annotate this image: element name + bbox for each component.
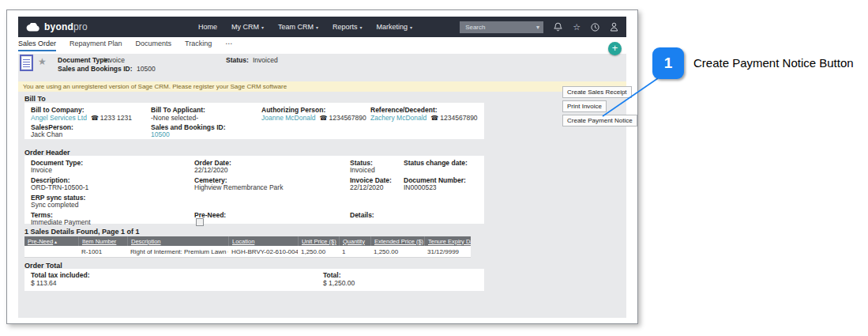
table-header-row: Pre-Need▴ Item Number Description Locati… <box>24 236 471 246</box>
navbar-right: ▾ ☆ <box>460 21 618 33</box>
brand-name: byondpro <box>44 21 88 32</box>
callout-label: Create Payment Notice Button <box>693 56 854 70</box>
action-buttons-panel: Create Sales Receipt Print Invoice Creat… <box>562 86 637 129</box>
bill-to-section-title: Bill To <box>24 95 46 103</box>
order-header-card: Document Type: Invoice Order Date: 22/12… <box>24 156 484 224</box>
main-menu: Home My CRM▾ Team CRM▾ Reports▾ Marketin… <box>198 23 412 31</box>
total-value: $ 1,250.00 <box>323 279 355 287</box>
print-invoice-button[interactable]: Print Invoice <box>562 100 607 112</box>
menu-item-my-crm[interactable]: My CRM▾ <box>231 23 264 31</box>
summary-document-type-value: Invoice <box>103 56 125 64</box>
oh-invoice-date-value: 22/12/2020 <box>350 183 384 191</box>
authorizing-person-link[interactable]: Joanne McDonald <box>261 114 316 122</box>
callout-number-badge: 1 <box>652 47 684 79</box>
table-row: R-1001 Right of Interment: Premium Lawn … <box>24 246 471 258</box>
summary-sbid-value: 10500 <box>137 65 156 73</box>
tab-tracking[interactable]: Tracking <box>185 40 212 51</box>
authorizing-phone: 1234567890 <box>329 114 366 122</box>
oh-details-label: Details: <box>350 211 374 219</box>
authorizing-person-label: Authorizing Person: <box>261 106 325 114</box>
cell-location: HGH-BRVY-02-610-004 <box>228 248 298 255</box>
bill-to-card: Bill to Company: Angel Services Ltd☎1233… <box>24 103 484 139</box>
bill-to-company-label: Bill to Company: <box>31 106 85 114</box>
oh-description-value: ORD-TRN-10500-1 <box>31 183 88 191</box>
menu-item-home[interactable]: Home <box>198 23 217 31</box>
oh-document-number-value: IN0000523 <box>404 183 437 191</box>
reference-decedent-label: Reference/Decedent: <box>370 106 438 114</box>
recent-clock-icon[interactable] <box>591 23 599 32</box>
sales-details-table: Pre-Need▴ Item Number Description Locati… <box>24 236 471 258</box>
header-tenure-expiry[interactable]: Tenure Expiry Date <box>424 236 471 246</box>
window-inner: byondpro Home My CRM▾ Team CRM▾ Reports▾… <box>18 17 626 317</box>
pre-need-checkbox[interactable] <box>196 218 204 226</box>
chevron-down-icon[interactable]: ▾ <box>536 24 539 31</box>
header-description[interactable]: Description <box>127 236 228 246</box>
oh-status-value: Invoiced <box>350 166 375 174</box>
create-sales-receipt-button[interactable]: Create Sales Receipt <box>562 86 632 98</box>
cell-tenure-expiry: 31/12/9999 <box>424 248 471 255</box>
cell-unit-price: 1,250.00 <box>298 248 339 255</box>
phone-icon: ☎ <box>91 115 99 122</box>
oh-status-change-label: Status change date: <box>404 159 468 167</box>
total-label: Total: <box>323 271 341 279</box>
add-new-button[interactable]: + <box>608 42 622 55</box>
notifications-bell-icon[interactable] <box>554 22 562 32</box>
header-location[interactable]: Location <box>228 236 298 246</box>
menu-item-team-crm[interactable]: Team CRM▾ <box>278 23 318 31</box>
cloud-logo-icon <box>26 23 40 32</box>
cell-description: Right of Interment: Premium Lawn Grave <box>127 248 228 255</box>
phone-icon: ☎ <box>430 115 438 122</box>
header-unit-price[interactable]: Unit Price ($) <box>298 236 339 246</box>
phone-icon: ☎ <box>320 115 328 122</box>
tabs-overflow-icon[interactable]: ⋯ <box>225 40 233 50</box>
reference-phone: 1234567890 <box>440 114 477 122</box>
total-tax-value: $ 113.64 <box>31 279 56 287</box>
summary-sbid-label: Sales and Bookings ID: <box>58 65 132 73</box>
salesperson-value: Jack Chan <box>31 130 62 138</box>
unregistered-warning-banner: You are using an unregistered version of… <box>18 81 626 92</box>
summary-document-type-label: Document Type: <box>58 56 110 64</box>
company-link[interactable]: Angel Services Ltd <box>31 114 87 122</box>
tab-documents[interactable]: Documents <box>136 40 172 51</box>
summary-status-label: Status: <box>226 56 249 64</box>
top-navbar: byondpro Home My CRM▾ Team CRM▾ Reports▾… <box>18 17 626 37</box>
header-pre-need[interactable]: Pre-Need▴ <box>24 236 78 246</box>
applicant-value: -None selected- <box>151 114 198 122</box>
favorite-star-icon[interactable]: ★ <box>38 56 47 67</box>
applicant-label: Bill To Applicant: <box>151 106 205 114</box>
total-tax-label: Total tax included: <box>31 271 89 279</box>
menu-item-reports[interactable]: Reports▾ <box>333 23 363 31</box>
sbid-link[interactable]: 10500 <box>151 130 170 138</box>
brand-logo[interactable]: byondpro <box>26 21 88 32</box>
oh-order-date-value: 22/12/2020 <box>194 166 228 174</box>
search-box[interactable]: ▾ <box>460 21 543 33</box>
cell-item-number-link[interactable]: R-1001 <box>78 248 127 255</box>
cell-quantity: 1 <box>339 248 370 255</box>
menu-item-marketing[interactable]: Marketing▾ <box>377 23 413 31</box>
order-total-card: Total tax included: $ 113.64 Total: $ 1,… <box>24 269 484 291</box>
header-quantity[interactable]: Quantity <box>339 236 370 246</box>
oh-cemetery-value: Highview Remembrance Park <box>194 183 283 191</box>
user-profile-icon[interactable] <box>610 22 618 32</box>
chevron-down-icon: ▾ <box>410 25 412 30</box>
chevron-down-icon: ▾ <box>360 25 363 30</box>
plus-icon: + <box>612 42 618 54</box>
favorites-star-icon[interactable]: ☆ <box>573 23 581 32</box>
oh-document-type-value: Invoice <box>31 166 52 174</box>
reference-decedent-value: Zachery McDonald☎1234567890 <box>370 114 478 122</box>
create-payment-notice-button[interactable]: Create Payment Notice <box>562 115 637 126</box>
search-input[interactable] <box>464 23 536 32</box>
tab-strip: Sales Order Repayment Plan Documents Tra… <box>18 37 626 54</box>
tab-repayment-plan[interactable]: Repayment Plan <box>70 40 122 51</box>
oh-erp-sync-value: Sync completed <box>31 201 78 209</box>
tab-sales-order[interactable]: Sales Order <box>18 40 56 51</box>
cell-extended-price: 1,250.00 <box>370 248 424 255</box>
header-item-number[interactable]: Item Number <box>78 236 127 246</box>
reference-decedent-link[interactable]: Zachery McDonald <box>370 114 426 122</box>
oh-terms-value: Immediate Payment <box>31 218 91 226</box>
authorizing-person-value: Joanne McDonald☎1234567890 <box>261 114 366 122</box>
sort-ascending-icon: ▴ <box>54 239 57 244</box>
header-extended-price[interactable]: Extended Price ($) <box>370 236 424 246</box>
app-window: byondpro Home My CRM▾ Team CRM▾ Reports▾… <box>6 9 638 324</box>
invoice-document-icon <box>20 55 33 71</box>
